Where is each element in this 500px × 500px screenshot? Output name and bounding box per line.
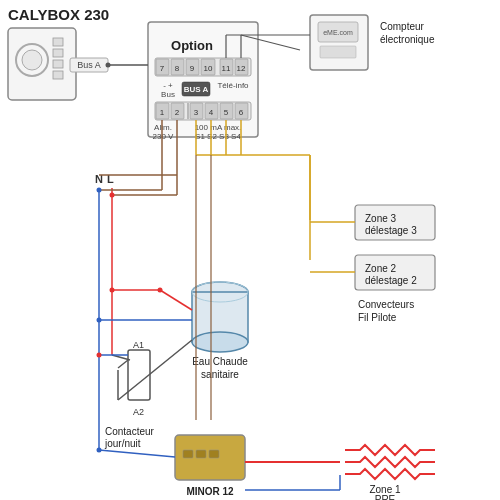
svg-text:A1: A1	[133, 340, 144, 350]
svg-rect-6	[53, 71, 63, 79]
svg-rect-108	[196, 450, 206, 458]
svg-text:2: 2	[175, 108, 180, 117]
svg-line-86	[118, 360, 128, 368]
svg-line-103	[118, 340, 192, 400]
svg-text:sanitaire: sanitaire	[201, 369, 239, 380]
svg-point-123	[110, 193, 115, 198]
svg-text:Convecteurs: Convecteurs	[358, 299, 414, 310]
svg-point-122	[97, 188, 102, 193]
svg-text:délestage 2: délestage 2	[365, 275, 417, 286]
svg-text:A2: A2	[133, 407, 144, 417]
svg-text:Alim.: Alim.	[154, 123, 172, 132]
svg-text:100 mA max.: 100 mA max.	[195, 123, 242, 132]
svg-rect-0	[8, 28, 76, 100]
option-label: Option	[171, 38, 213, 53]
svg-text:eME.com: eME.com	[323, 29, 353, 36]
svg-rect-3	[53, 38, 63, 46]
compteur-label2: électronique	[380, 34, 435, 45]
svg-point-112	[97, 448, 102, 453]
svg-text:3: 3	[194, 108, 199, 117]
svg-rect-107	[183, 450, 193, 458]
svg-text:Fil Pilote: Fil Pilote	[358, 312, 397, 323]
compteur-label: Compteur	[380, 21, 425, 32]
svg-point-2	[22, 50, 42, 70]
svg-text:6: 6	[239, 108, 244, 117]
svg-rect-48	[320, 46, 356, 58]
svg-text:jour/nuit: jour/nuit	[104, 438, 141, 449]
svg-text:10: 10	[204, 64, 213, 73]
svg-text:8: 8	[175, 64, 180, 73]
svg-text:5: 5	[224, 108, 229, 117]
svg-point-91	[110, 288, 115, 293]
svg-line-111	[99, 450, 175, 457]
svg-text:Eau Chaude: Eau Chaude	[192, 356, 248, 367]
svg-text:230 V: 230 V	[153, 132, 175, 141]
svg-line-99	[160, 290, 192, 310]
svg-text:7: 7	[160, 64, 165, 73]
diagram: CALYBOX 230 Bus A Option 7 8 9 10	[0, 0, 500, 500]
svg-text:-   +: - +	[163, 81, 173, 90]
svg-text:1: 1	[160, 108, 165, 117]
svg-text:délestage 3: délestage 3	[365, 225, 417, 236]
svg-text:Zone 2: Zone 2	[365, 263, 397, 274]
svg-text:S1  S2   S3   S4: S1 S2 S3 S4	[195, 132, 241, 141]
svg-text:Zone 3: Zone 3	[365, 213, 397, 224]
svg-rect-4	[53, 49, 63, 57]
svg-text:9: 9	[190, 64, 195, 73]
svg-text:12: 12	[237, 64, 246, 73]
svg-text:Contacteur: Contacteur	[105, 426, 155, 437]
svg-text:Télé-info: Télé-info	[217, 81, 249, 90]
svg-text:PRE: PRE	[375, 494, 396, 500]
svg-text:4: 4	[209, 108, 214, 117]
svg-point-95	[192, 332, 248, 352]
svg-text:MINOR 12: MINOR 12	[186, 486, 234, 497]
svg-text:11: 11	[222, 64, 231, 73]
svg-rect-79	[128, 350, 150, 400]
svg-rect-5	[53, 60, 63, 68]
svg-text:BUS A: BUS A	[184, 85, 209, 94]
svg-rect-109	[209, 450, 219, 458]
svg-text:Bus: Bus	[161, 90, 175, 99]
svg-point-57	[106, 63, 111, 68]
svg-point-89	[97, 353, 102, 358]
svg-point-102	[97, 318, 102, 323]
bus-a-label: Bus A	[77, 60, 101, 70]
